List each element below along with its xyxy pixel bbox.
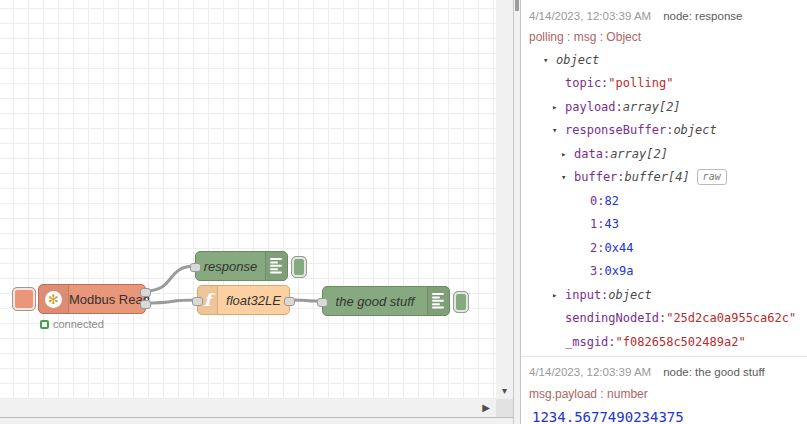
tree-key: _msgid:: [565, 335, 616, 349]
scrollbar-corner: [496, 399, 513, 417]
wire-layer: [0, 0, 496, 399]
tree-key: responseBuffer:: [565, 123, 673, 137]
debug-message-1: 4/14/2023, 12:03:39 AMnode: the good stu…: [521, 357, 807, 424]
tree-value: "polling": [608, 76, 673, 90]
debug-toggle-button[interactable]: [453, 291, 469, 313]
debug-lines-icon: [432, 293, 445, 309]
tree-value: object: [556, 53, 599, 67]
canvas-vertical-scrollbar[interactable]: ▾: [496, 0, 513, 399]
debug-message-meta: 4/14/2023, 12:03:39 AMnode: response: [529, 5, 803, 26]
wire-0[interactable]: [146, 266, 195, 291]
tree-row-payload: ▸payload: array[2]: [529, 95, 803, 119]
tree-key: buffer:: [574, 170, 625, 184]
debug-timestamp: 4/14/2023, 12:03:39 AM: [529, 10, 651, 22]
tree-row-root: ▾object: [529, 48, 803, 72]
canvas-horizontal-scrollbar[interactable]: ▶: [0, 399, 496, 417]
tree-row-0: 0: 82: [529, 189, 803, 213]
collapse-arrow-icon[interactable]: ▾: [552, 125, 565, 135]
canvas-bottom-strip: [0, 417, 513, 424]
tree-value: object: [608, 288, 651, 302]
collapse-arrow-icon[interactable]: ▾: [561, 172, 574, 182]
tree-key: 1:: [590, 217, 604, 231]
tree-key: topic:: [565, 76, 608, 90]
tree-row-sendingNodeId: sendingNodeId: "25d2ca0a955ca62c": [529, 307, 803, 331]
input-port[interactable]: [317, 298, 328, 307]
flow-node-response[interactable]: response: [195, 251, 288, 281]
tree-row-1: 1: 43: [529, 213, 803, 237]
status-connected-icon: [40, 320, 49, 329]
debug-toggle-button[interactable]: [291, 256, 307, 278]
debug-topic: polling : msg : Object: [529, 26, 803, 48]
output-port-0[interactable]: [140, 288, 151, 297]
node-red-window: ✻Modbus Readconnectedresponseffloat32LEt…: [0, 0, 807, 424]
tree-row-_msgid: _msgid: "f082658c502489a2": [529, 330, 803, 354]
inject-button[interactable]: [12, 287, 36, 311]
flow-node-the-good-stuff[interactable]: the good stuff: [322, 286, 450, 316]
tree-key: data:: [574, 147, 610, 161]
tree-value: "25d2ca0a955ca62c": [666, 311, 796, 325]
function-icon: f: [204, 292, 211, 309]
tree-value: 43: [604, 217, 618, 231]
raw-toggle-button[interactable]: raw: [697, 169, 727, 185]
tree-value: object: [673, 123, 716, 137]
tree-row-topic: topic: "polling": [529, 72, 803, 96]
debug-payload-number: 1234.5677490234375: [529, 405, 803, 424]
tree-row-buffer: ▾buffer: buffer[4]raw: [529, 166, 803, 190]
flow-canvas[interactable]: ✻Modbus Readconnectedresponseffloat32LEt…: [0, 0, 496, 399]
debug-topic: msg.payload : number: [529, 383, 803, 405]
expand-arrow-icon[interactable]: ▸: [561, 149, 574, 159]
tree-key: 3:: [590, 264, 604, 278]
node-status: connected: [40, 318, 104, 330]
tree-key: sendingNodeId:: [565, 311, 666, 325]
node-label: Modbus Read: [69, 292, 150, 307]
tree-row-3: 3: 0x9a: [529, 260, 803, 284]
sidebar-scrollbar[interactable]: [513, 0, 521, 424]
tree-value: 82: [604, 194, 618, 208]
output-port-1[interactable]: [140, 300, 151, 309]
status-text: connected: [53, 318, 104, 330]
tree-value: array[2]: [623, 100, 681, 114]
modbus-flower-section: ✻: [39, 285, 69, 313]
tree-key: payload:: [565, 100, 623, 114]
expand-arrow-icon[interactable]: ▸: [552, 102, 565, 112]
debug-object-tree: ▾objecttopic: "polling"▸payload: array[2…: [529, 48, 803, 354]
input-port[interactable]: [192, 297, 203, 306]
scroll-down-arrow-icon[interactable]: ▾: [496, 386, 513, 396]
tree-value: array[2]: [610, 147, 668, 161]
tree-row-data: ▸data: array[2]: [529, 142, 803, 166]
tree-value: 0x9a: [604, 264, 633, 278]
tree-row-responseBuffer: ▾responseBuffer: object: [529, 119, 803, 143]
modbus-flower-icon: ✻: [45, 291, 62, 308]
debug-message-0: 4/14/2023, 12:03:39 AMnode: responsepoll…: [521, 0, 807, 357]
tree-row-input: ▸input: object: [529, 283, 803, 307]
tree-key: 0:: [590, 194, 604, 208]
debug-source-node[interactable]: node: response: [663, 10, 742, 22]
output-port-0[interactable]: [284, 297, 295, 306]
flow-node-modbus-read[interactable]: ✻Modbus Readconnected: [38, 284, 146, 314]
flow-node-float32le[interactable]: ffloat32LE: [197, 285, 290, 315]
tree-row-2: 2: 0x44: [529, 236, 803, 260]
node-label: float32LE: [218, 293, 289, 308]
tree-key: 2:: [590, 241, 604, 255]
scroll-right-arrow-icon[interactable]: ▶: [482, 403, 490, 413]
node-label: the good stuff: [323, 294, 427, 309]
tree-value: 0x44: [604, 241, 633, 255]
node-label: response: [196, 259, 265, 274]
debug-sidebar: 4/14/2023, 12:03:39 AMnode: responsepoll…: [521, 0, 807, 424]
collapse-arrow-icon[interactable]: ▾: [543, 55, 556, 65]
tree-value: buffer[4]: [625, 170, 690, 184]
debug-timestamp: 4/14/2023, 12:03:39 AM: [529, 366, 651, 378]
tree-key: input:: [565, 288, 608, 302]
input-port[interactable]: [190, 263, 201, 272]
sidebar-scrollbar-thumb[interactable]: [515, 0, 519, 11]
expand-arrow-icon[interactable]: ▸: [552, 290, 565, 300]
wire-1[interactable]: [146, 300, 197, 303]
debug-lines-section: [427, 287, 449, 315]
debug-lines-section: [265, 252, 287, 280]
debug-source-node[interactable]: node: the good stuff: [663, 366, 764, 378]
debug-message-meta: 4/14/2023, 12:03:39 AMnode: the good stu…: [529, 362, 803, 383]
debug-lines-icon: [270, 258, 283, 274]
tree-value: "f082658c502489a2": [616, 335, 746, 349]
